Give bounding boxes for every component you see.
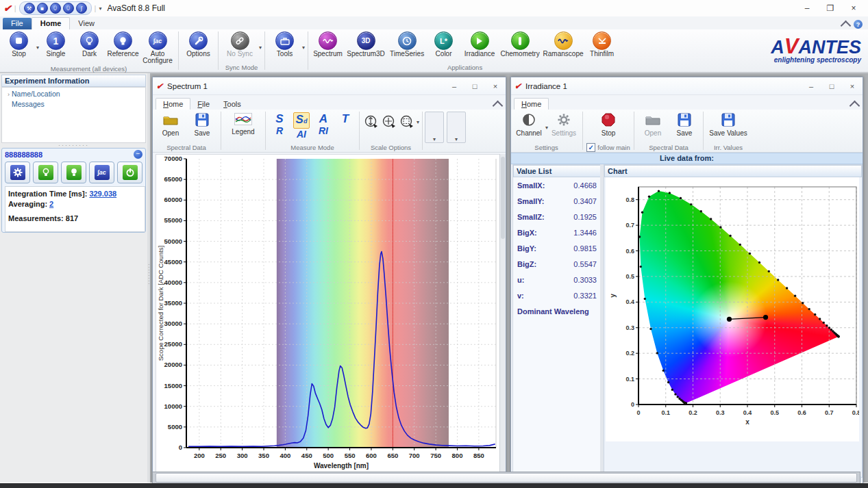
spectrum-plot-svg[interactable]: 2002503003504004505005506006507007508008… — [156, 155, 499, 481]
irradiance-stop-button[interactable]: Stop — [586, 111, 631, 137]
svg-text:550: 550 — [345, 452, 356, 459]
channel-button[interactable]: Channel — [513, 111, 545, 137]
zoom-box-icon[interactable] — [400, 115, 414, 130]
maximize-button[interactable]: □ — [821, 79, 842, 92]
close-button[interactable]: × — [842, 1, 865, 15]
measured-point-marker[interactable] — [763, 315, 768, 320]
white-point-marker[interactable] — [727, 317, 732, 322]
device-auto-configure-button[interactable]: ∫ac — [89, 162, 114, 183]
help-icon[interactable]: ? — [854, 20, 863, 29]
thinfilm-icon — [593, 31, 611, 50]
scrollbar-thumb[interactable] — [156, 473, 857, 483]
tab-home[interactable]: Home — [32, 17, 71, 29]
autoscale-vertical-icon[interactable] — [364, 115, 378, 130]
mode-scope-reflectance[interactable]: S R — [269, 112, 290, 137]
svg-text:0: 0 — [179, 444, 182, 451]
app-color-button[interactable]: L* Color — [427, 31, 460, 57]
app-timeseries-button[interactable]: TimeSeries — [387, 31, 427, 57]
maximize-button[interactable]: □ — [464, 79, 485, 92]
irradiance-window-title: Irradiance 1 — [525, 82, 567, 90]
overlay-combo-1[interactable]: ▾ — [425, 112, 444, 143]
tree-item-messages[interactable]: Messages — [12, 100, 145, 108]
customize-qat-caret-icon[interactable]: ▾ — [99, 5, 101, 12]
restore-button[interactable]: ❐ — [819, 1, 842, 15]
options-button[interactable]: Options — [182, 31, 215, 57]
dark-bulb-icon[interactable]: ⬯ — [50, 3, 61, 14]
app-chemometry-button[interactable]: Chemometry — [499, 31, 541, 57]
minimize-button[interactable]: – — [795, 1, 819, 15]
svg-text:0.6: 0.6 — [797, 409, 806, 416]
mode-absorbance-relirr[interactable]: A RI — [312, 112, 334, 137]
device-settings-button[interactable] — [5, 162, 30, 183]
mode-transmittance[interactable]: T — [334, 112, 356, 125]
app-irradiance-button[interactable]: Irradiance — [460, 31, 499, 57]
svg-text:0.5: 0.5 — [625, 273, 634, 280]
minimize-button[interactable]: – — [444, 79, 464, 92]
integration-time-link[interactable]: 329.038 — [89, 190, 116, 198]
tree-item-name-location[interactable]: ›Name/Location — [8, 90, 145, 98]
sync-chain-icon — [231, 31, 249, 50]
reference-bulb-icon — [114, 31, 132, 50]
cie-plot-svg[interactable]: 00.10.20.30.40.50.60.70.800.10.20.30.40.… — [606, 177, 859, 428]
x-axis-label: x — [745, 418, 749, 426]
device-collapse-button[interactable]: − — [134, 150, 142, 159]
tab-view[interactable]: View — [70, 18, 103, 29]
close-button[interactable]: × — [485, 79, 506, 92]
follow-main-checkbox[interactable]: ✓follow main — [586, 143, 631, 152]
stop-icon[interactable]: ■ — [37, 3, 48, 14]
tools-dropdown-caret-icon[interactable]: ▾ — [302, 44, 305, 51]
app-thinfilm-button[interactable]: Thinfilm — [585, 31, 619, 57]
tools-button[interactable]: Tools — [268, 31, 301, 57]
live-data-bar: Live data from: — [511, 153, 863, 164]
reference-bulb-icon[interactable]: ⬯ — [63, 3, 74, 14]
app-ramanscope-button[interactable]: Ramanscope — [541, 31, 585, 57]
close-button[interactable]: × — [842, 79, 863, 92]
wrench-icon[interactable]: ⚒ — [24, 3, 35, 14]
svg-text:30000: 30000 — [164, 320, 182, 327]
save-values-button[interactable]: Save Values — [706, 111, 750, 137]
spectrum-tab-file[interactable]: File — [190, 99, 216, 110]
spectrum-chart[interactable]: 2002503003504004505005506006507007508008… — [156, 155, 499, 483]
sidebar-horizontal-splitter[interactable]: ········· — [0, 142, 147, 148]
sync-dropdown-caret-icon[interactable]: ▾ — [259, 44, 262, 51]
reference-button[interactable]: Reference — [106, 31, 140, 57]
dark-button[interactable]: Dark — [73, 31, 106, 57]
auto-configure-button[interactable]: ∫ac Auto Configure — [140, 31, 175, 64]
cie-chart-area[interactable]: 00.10.20.30.40.50.60.70.800.10.20.30.40.… — [606, 177, 859, 441]
device-power-button[interactable] — [117, 162, 142, 183]
spectrum-tab-tools[interactable]: Tools — [216, 99, 248, 110]
autoscale-full-icon[interactable] — [382, 115, 396, 130]
averaging-link[interactable]: 2 — [49, 200, 53, 208]
tab-file[interactable]: File — [3, 18, 32, 29]
device-reference-button[interactable] — [61, 162, 86, 183]
open-button[interactable]: Open — [637, 111, 669, 137]
stop-button[interactable]: Stop — [2, 31, 36, 57]
save-button[interactable]: Save — [186, 111, 218, 137]
settings-button[interactable]: Settings — [548, 111, 580, 137]
spectrum-tab-home[interactable]: Home — [156, 98, 190, 110]
svg-text:0: 0 — [631, 401, 634, 408]
irradiance-tab-row: Home — [511, 95, 863, 110]
cie-chart[interactable]: 00.10.20.30.40.50.60.70.800.10.20.30.40.… — [606, 177, 859, 431]
app-spectrum-button[interactable]: Spectrum — [311, 31, 345, 57]
mdi-horizontal-scrollbar[interactable] — [152, 472, 860, 484]
irradiance-tab-home[interactable]: Home — [514, 98, 549, 110]
auto-configure-icon[interactable]: ∫ — [76, 3, 87, 14]
spectrum-vertical-scrollbar[interactable] — [499, 154, 506, 480]
scrollbar-thumb[interactable] — [501, 157, 505, 239]
legend-button[interactable]: Legend — [224, 111, 262, 136]
open-button[interactable]: Open — [155, 111, 186, 137]
tree-expand-icon[interactable]: › — [8, 91, 10, 98]
mode-scope-dark-absirr[interactable]: Sd AI — [290, 112, 312, 140]
overlay-combo-2[interactable]: ▾ — [447, 112, 466, 143]
scale-options-caret-icon[interactable]: ▾ — [417, 119, 419, 125]
spectrum-plot-area[interactable]: 2002503003504004505005506006507007508008… — [156, 154, 500, 482]
auto-configure-icon: ∫ac — [149, 31, 167, 50]
device-dark-button[interactable] — [33, 162, 58, 183]
minimize-button[interactable]: – — [801, 79, 821, 92]
save-button[interactable]: Save — [669, 111, 700, 137]
device-panel: 888888888 − ∫ac Integration Time [ms]: 3… — [1, 148, 146, 233]
single-button[interactable]: 1 Single — [39, 31, 73, 57]
app-spectrum3d-button[interactable]: 3D Spectrum3D — [345, 31, 387, 57]
no-sync-button[interactable]: No Sync — [221, 31, 258, 57]
